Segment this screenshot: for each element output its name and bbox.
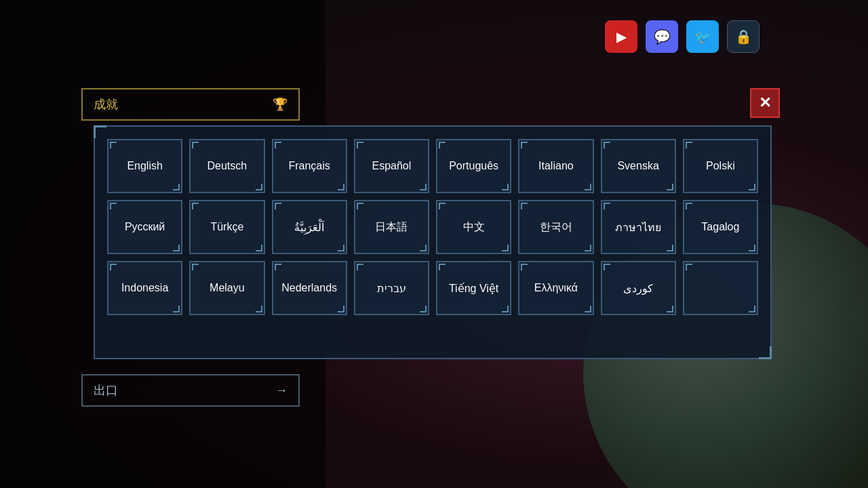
trophy-icon: 🏆: [273, 97, 288, 112]
lang-row-1: English Deutsch Français Español Portugu…: [107, 139, 758, 193]
lang-button-polski[interactable]: Polski: [683, 139, 758, 193]
lang-button-empty[interactable]: [683, 261, 758, 315]
twitter-button[interactable]: 🐦: [686, 20, 719, 53]
lang-button-tagalog[interactable]: Tagalog: [683, 200, 758, 254]
lang-button-hebrew[interactable]: עברית: [354, 261, 429, 315]
lang-button-japanese[interactable]: 日本語: [354, 200, 429, 254]
lang-row-2: Русский Türkçe اَلْعَرَبِيَّةُ 日本語 中文 한국…: [107, 200, 758, 254]
achievement-label: 成就: [94, 96, 118, 113]
exit-icon: →: [275, 384, 288, 398]
lang-button-korean[interactable]: 한국어: [518, 200, 593, 254]
lang-button-vietnamese[interactable]: Tiếng Việt: [436, 261, 511, 315]
achievement-button[interactable]: 成就 🏆: [81, 88, 300, 121]
lang-button-italiano[interactable]: Italiano: [518, 139, 593, 193]
lang-button-espanol[interactable]: Español: [354, 139, 429, 193]
lang-button-francais[interactable]: Français: [272, 139, 347, 193]
lang-button-greek[interactable]: Ελληνικά: [518, 261, 593, 315]
youtube-button[interactable]: ▶: [605, 20, 637, 53]
lang-button-turkish[interactable]: Türkçe: [189, 200, 264, 254]
lang-button-chinese[interactable]: 中文: [436, 200, 511, 254]
lang-button-malay[interactable]: Melayu: [189, 261, 264, 315]
lang-button-svenska[interactable]: Svenska: [601, 139, 676, 193]
exit-button[interactable]: 出口 →: [81, 374, 300, 407]
exit-label: 出口: [94, 382, 118, 399]
lang-button-indonesia[interactable]: Indonesia: [107, 261, 182, 315]
lang-button-portugues[interactable]: Português: [436, 139, 511, 193]
lang-button-thai[interactable]: ภาษาไทย: [601, 200, 676, 254]
lang-button-russian[interactable]: Русский: [107, 200, 182, 254]
lang-button-kurdish[interactable]: کوردی: [601, 261, 676, 315]
language-dialog: English Deutsch Français Español Portugu…: [94, 125, 772, 359]
lang-button-arabic[interactable]: اَلْعَرَبِيَّةُ: [272, 200, 347, 254]
lang-button-deutsch[interactable]: Deutsch: [189, 139, 264, 193]
lang-row-3: Indonesia Melayu Nederlands עברית Tiếng …: [107, 261, 758, 315]
close-button[interactable]: ✕: [750, 88, 780, 118]
social-icons-container: ▶ 💬 🐦 🔒: [605, 20, 760, 53]
lang-button-english[interactable]: English: [107, 139, 182, 193]
lock-button[interactable]: 🔒: [727, 20, 760, 53]
lang-button-dutch[interactable]: Nederlands: [272, 261, 347, 315]
discord-button[interactable]: 💬: [646, 20, 678, 53]
